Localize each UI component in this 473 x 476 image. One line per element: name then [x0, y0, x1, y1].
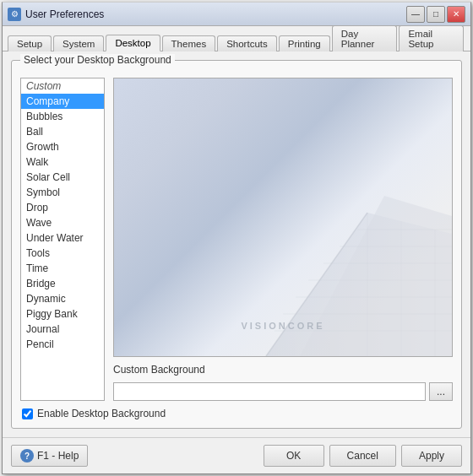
list-item-growth[interactable]: Growth — [21, 139, 104, 154]
list-item-symbol[interactable]: Symbol — [21, 185, 104, 200]
tab-email-setup[interactable]: Email Setup — [399, 25, 464, 51]
tab-setup[interactable]: Setup — [8, 35, 52, 51]
content-area: Select your Desktop Background Custom Co… — [3, 51, 470, 437]
apply-button[interactable]: Apply — [401, 445, 462, 467]
main-content: Custom Company Bubbles Ball Growth Walk … — [20, 78, 453, 401]
list-item-tools[interactable]: Tools — [21, 246, 104, 261]
tabs-bar: Setup System Desktop Themes Shortcuts Pr… — [3, 26, 470, 51]
enable-background-checkbox[interactable] — [22, 408, 33, 419]
preview-input-row: ... — [113, 382, 453, 401]
list-item-custom[interactable]: Custom — [21, 78, 104, 94]
list-item-company[interactable]: Company — [21, 94, 104, 109]
list-item-journal[interactable]: Journal — [21, 322, 104, 337]
help-icon: ? — [20, 449, 34, 462]
enable-background-label: Enable Desktop Background — [37, 408, 166, 419]
preview-building-svg — [198, 162, 453, 356]
action-buttons: OK Cancel Apply — [264, 445, 462, 467]
list-item-under-water[interactable]: Under Water — [21, 230, 104, 246]
list-item-bridge[interactable]: Bridge — [21, 276, 104, 291]
list-item-dynamic[interactable]: Dynamic — [21, 291, 104, 306]
window-icon: ⚙ — [8, 8, 21, 21]
group-box-label: Select your Desktop Background — [20, 54, 175, 66]
list-item-piggy-bank[interactable]: Piggy Bank — [21, 306, 104, 322]
list-item-drop[interactable]: Drop — [21, 200, 104, 215]
list-item-bubbles[interactable]: Bubbles — [21, 109, 104, 124]
list-item-solar-cell[interactable]: Solar Cell — [21, 170, 104, 185]
preview-watermark: VISIONCORE — [241, 321, 324, 331]
title-bar: ⚙ User Preferences — □ ✕ — [3, 3, 470, 26]
help-button[interactable]: ? F1 - Help — [11, 445, 88, 467]
cancel-button[interactable]: Cancel — [329, 445, 396, 467]
browse-button[interactable]: ... — [429, 382, 453, 401]
minimize-button[interactable]: — — [406, 6, 425, 23]
list-item-ball[interactable]: Ball — [21, 124, 104, 139]
list-item-wave[interactable]: Wave — [21, 215, 104, 230]
tab-themes[interactable]: Themes — [162, 35, 216, 51]
preview-label: Custom Background — [113, 362, 453, 377]
tab-system[interactable]: System — [53, 35, 104, 51]
preview-area: VISIONCORE Custom Background ... — [113, 78, 453, 401]
list-item-pencil[interactable]: Pencil — [21, 337, 104, 352]
background-list-container: Custom Company Bubbles Ball Growth Walk … — [20, 78, 105, 401]
maximize-button[interactable]: □ — [427, 6, 445, 23]
ok-button[interactable]: OK — [264, 445, 324, 467]
tab-shortcuts[interactable]: Shortcuts — [217, 35, 277, 51]
main-window: ⚙ User Preferences — □ ✕ Setup System De… — [2, 2, 471, 474]
preview-image: VISIONCORE — [113, 78, 453, 357]
list-item-walk[interactable]: Walk — [21, 154, 104, 170]
close-button[interactable]: ✕ — [447, 6, 465, 23]
window-title: User Preferences — [25, 8, 406, 20]
list-item-time[interactable]: Time — [21, 261, 104, 276]
bottom-bar: ? F1 - Help OK Cancel Apply — [3, 437, 470, 473]
tab-desktop[interactable]: Desktop — [106, 35, 160, 51]
window-controls: — □ ✕ — [406, 6, 465, 23]
background-list-scroll[interactable]: Custom Company Bubbles Ball Growth Walk … — [21, 78, 104, 400]
preview-path-input[interactable] — [113, 382, 426, 401]
help-label: F1 - Help — [37, 450, 79, 462]
group-box: Select your Desktop Background Custom Co… — [11, 60, 462, 429]
tab-printing[interactable]: Printing — [279, 35, 330, 51]
checkbox-row: Enable Desktop Background — [20, 408, 453, 419]
tab-day-planner[interactable]: Day Planner — [332, 25, 398, 51]
